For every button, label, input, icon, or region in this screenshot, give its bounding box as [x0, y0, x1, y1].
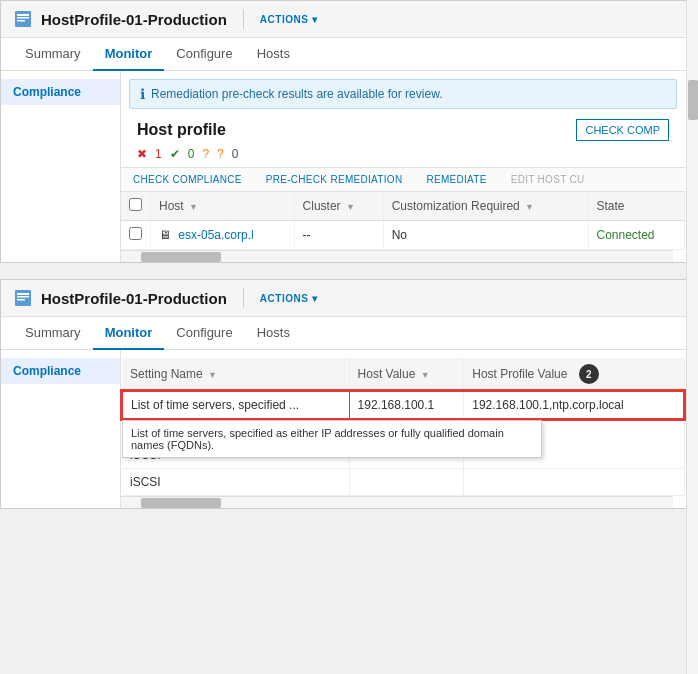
info-count-icon: 0	[232, 147, 239, 161]
table-row-highlighted: List of time servers, specified ... 192.…	[122, 391, 684, 419]
col-state: State	[588, 192, 685, 221]
host-profile-icon-1	[13, 9, 33, 29]
panel-1-body: Compliance ℹ Remediation pre-check resul…	[1, 71, 697, 262]
row-cluster: --	[294, 221, 383, 250]
header-divider	[243, 9, 244, 29]
tab-configure-1[interactable]: Configure	[164, 38, 244, 71]
tooltip-row: List of time servers, specified as eithe…	[122, 419, 684, 420]
host-profile-header-1: Host profile CHECK COMP	[121, 113, 685, 145]
table-row: iSCSI	[122, 469, 684, 496]
tooltip-box: List of time servers, specified as eithe…	[122, 420, 542, 458]
sort-setting-icon[interactable]: ▼	[208, 370, 217, 380]
tab-hosts-2[interactable]: Hosts	[245, 317, 302, 350]
h-scrollbar-2[interactable]	[121, 496, 673, 508]
row-profile-val-2	[464, 469, 684, 496]
col-cluster: Cluster ▼	[294, 192, 383, 221]
svg-rect-0	[15, 11, 31, 27]
panel-1-header: HostProfile-01-Production ACTIONS ▾	[1, 1, 697, 38]
col-host: Host ▼	[151, 192, 295, 221]
sort-custom-icon[interactable]: ▼	[525, 202, 534, 212]
select-all-checkbox[interactable]	[121, 192, 151, 221]
tab-configure-2[interactable]: Configure	[164, 317, 244, 350]
main-content-2: Setting Name ▼ Host Value ▼ Host Profile…	[121, 350, 697, 508]
spacer-top	[121, 350, 685, 358]
sort-host-icon[interactable]: ▼	[189, 202, 198, 212]
tab-hosts-1[interactable]: Hosts	[245, 38, 302, 71]
host-profile-title-1: Host profile	[137, 121, 226, 139]
sidebar-item-compliance-2[interactable]: Compliance	[1, 358, 120, 384]
svg-rect-4	[15, 290, 31, 306]
row-host-val-0: 192.168.100.1	[349, 391, 464, 419]
svg-rect-7	[17, 299, 25, 301]
check-compliance-sub-btn[interactable]: CHECK COMPLIANCE	[129, 172, 246, 187]
status-row-1: ✖ 1 ✔ 0 ? ? 0	[121, 145, 685, 167]
tab-monitor-1[interactable]: Monitor	[93, 38, 165, 71]
panel-2-body: Compliance Setting Name ▼ Host Value	[1, 350, 697, 508]
sidebar-2: Compliance	[1, 350, 121, 508]
col-customization: Customization Required ▼	[383, 192, 588, 221]
host-profile-icon-2	[13, 288, 33, 308]
warn-icon: ?	[202, 147, 209, 161]
row-profile-val-0: 192.168.100.1,ntp.corp.local	[464, 391, 684, 419]
badge-circle-2: 2	[579, 364, 599, 384]
check-compliance-button[interactable]: CHECK COMP	[576, 119, 669, 141]
col-profile-value: Host Profile Value 2	[464, 358, 684, 391]
svg-rect-3	[17, 20, 25, 22]
svg-rect-2	[17, 17, 29, 19]
compliance-table-2: Setting Name ▼ Host Value ▼ Host Profile…	[121, 358, 685, 496]
edit-host-cu-btn: EDIT HOST CU	[507, 172, 589, 187]
ok-count: 0	[188, 147, 195, 161]
tab-summary-2[interactable]: Summary	[13, 317, 93, 350]
host-table-1: Host ▼ Cluster ▼ Customization Required …	[121, 192, 685, 250]
tab-monitor-2[interactable]: Monitor	[93, 317, 165, 350]
sidebar-1: Compliance	[1, 71, 121, 262]
row-checkbox[interactable]	[121, 221, 151, 250]
tab-summary-1[interactable]: Summary	[13, 38, 93, 71]
svg-rect-5	[17, 293, 29, 295]
row-customization: No	[383, 221, 588, 250]
panel-2-title: HostProfile-01-Production	[41, 290, 227, 307]
v-scrollbar-2[interactable]	[686, 0, 698, 525]
sidebar-item-compliance-1[interactable]: Compliance	[1, 79, 120, 105]
nav-tabs-2: Summary Monitor Configure Hosts	[1, 317, 697, 350]
panel-2-header: HostProfile-01-Production ACTIONS ▾	[1, 280, 697, 317]
chevron-down-icon-2: ▾	[312, 293, 318, 304]
table-container-2: Setting Name ▼ Host Value ▼ Host Profile…	[121, 358, 685, 508]
actions-button-2[interactable]: ACTIONS ▾	[256, 293, 318, 304]
col-setting: Setting Name ▼	[122, 358, 349, 391]
h-scrollbar-thumb-1	[141, 252, 221, 262]
sort-cluster-icon[interactable]: ▼	[346, 202, 355, 212]
nav-tabs-1: Summary Monitor Configure Hosts	[1, 38, 697, 71]
table-container-1: Host ▼ Cluster ▼ Customization Required …	[121, 192, 685, 262]
row-setting-2: iSCSI	[122, 469, 349, 496]
table-row: 🖥 esx-05a.corp.l -- No Connected	[121, 221, 685, 250]
sub-actions-bar: CHECK COMPLIANCE PRE-CHECK REMEDIATION R…	[121, 167, 685, 192]
ok-icon: ✔	[170, 147, 180, 161]
panel-1-title: HostProfile-01-Production	[41, 11, 227, 28]
error-icon: ✖	[137, 147, 147, 161]
svg-rect-1	[17, 14, 29, 16]
alert-bar-1: ℹ Remediation pre-check results are avai…	[129, 79, 677, 109]
info-icon-1: ℹ	[140, 86, 145, 102]
tooltip-cell: List of time servers, specified as eithe…	[122, 419, 684, 420]
main-content-1: ℹ Remediation pre-check results are avai…	[121, 71, 697, 262]
chevron-down-icon: ▾	[312, 14, 318, 25]
panel-2: HostProfile-01-Production ACTIONS ▾ Summ…	[0, 279, 698, 509]
h-scrollbar-1[interactable]	[121, 250, 673, 262]
svg-rect-6	[17, 296, 29, 298]
actions-button-1[interactable]: ACTIONS ▾	[256, 14, 318, 25]
warn-count: ?	[217, 147, 224, 161]
header-divider-2	[243, 288, 244, 308]
row-host: 🖥 esx-05a.corp.l	[151, 221, 295, 250]
remediate-btn[interactable]: REMEDIATE	[422, 172, 490, 187]
v-scrollbar-thumb-2	[688, 80, 698, 120]
panel-1: HostProfile-01-Production ACTIONS ▾ Summ…	[0, 0, 698, 263]
error-count: 1	[155, 147, 162, 161]
row-host-val-2	[349, 469, 464, 496]
h-scrollbar-thumb-2	[141, 498, 221, 508]
row-state: Connected	[588, 221, 685, 250]
host-link[interactable]: esx-05a.corp.l	[178, 228, 253, 242]
pre-check-btn[interactable]: PRE-CHECK REMEDIATION	[262, 172, 407, 187]
row-setting-0: List of time servers, specified ...	[122, 391, 349, 419]
sort-host-val-icon[interactable]: ▼	[421, 370, 430, 380]
